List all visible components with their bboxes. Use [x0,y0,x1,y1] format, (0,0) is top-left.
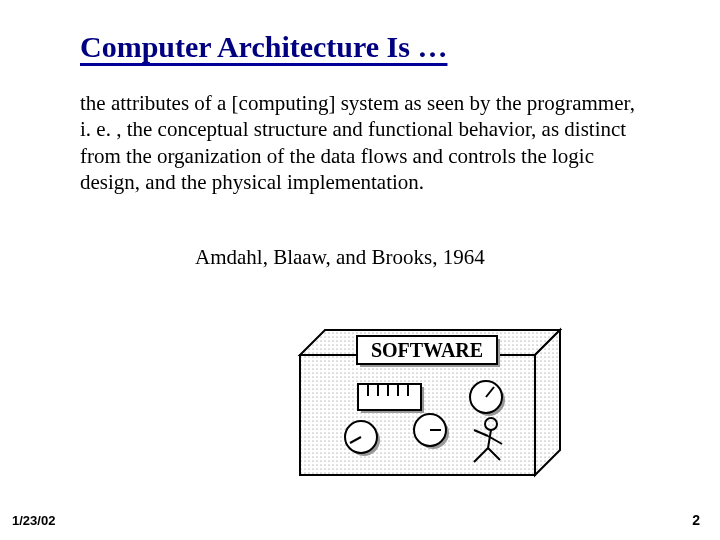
slide: Computer Architecture Is … the attribute… [0,0,720,540]
svg-marker-4 [535,330,560,475]
software-box-diagram: SOFTWARE [260,320,580,494]
diagram-svg: SOFTWARE [260,320,580,490]
software-label: SOFTWARE [371,339,483,361]
footer-date: 1/23/02 [12,513,55,528]
attribution: Amdahl, Blaaw, and Brooks, 1964 [195,245,655,270]
footer-page-number: 2 [692,512,700,528]
svg-rect-2 [300,355,535,475]
body-text: the attributes of a [computing] system a… [80,90,640,195]
slide-title: Computer Architecture Is … [80,30,447,64]
